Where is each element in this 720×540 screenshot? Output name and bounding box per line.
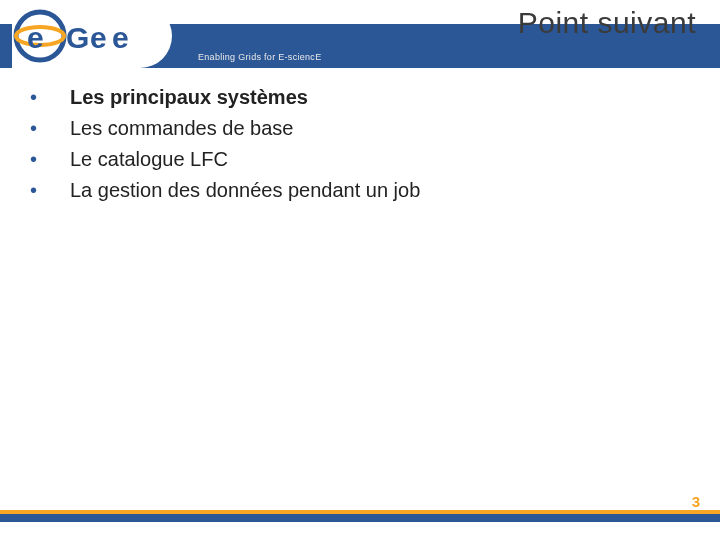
bullet-dot-icon: • <box>24 84 70 111</box>
bullet-dot-icon: • <box>24 115 70 142</box>
content-area: • Les principaux systèmes • Les commande… <box>24 84 696 208</box>
bullet-dot-icon: • <box>24 177 70 204</box>
bullet-text: Le catalogue LFC <box>70 146 228 173</box>
brand-tagline: Enabling Grids for E-sciencE <box>198 52 321 62</box>
svg-text:e: e <box>112 21 129 54</box>
bullet-dot-icon: • <box>24 146 70 173</box>
slide: G e e e Point suivant Enabling Grids for… <box>0 0 720 540</box>
svg-text:e: e <box>27 21 44 54</box>
footer-band <box>0 514 720 522</box>
slide-title: Point suivant <box>518 6 696 40</box>
bullet-text: Les principaux systèmes <box>70 84 308 111</box>
svg-text:G: G <box>66 21 89 54</box>
bullet-text: Les commandes de base <box>70 115 293 142</box>
egee-logo: G e e e <box>12 8 162 64</box>
egee-logo-icon: G e e e <box>12 8 162 64</box>
bullet-item: • Les principaux systèmes <box>24 84 696 111</box>
logo-container: G e e e <box>12 4 172 68</box>
bullet-item: • La gestion des données pendant un job <box>24 177 696 204</box>
page-number: 3 <box>692 493 700 510</box>
bullet-item: • Les commandes de base <box>24 115 696 142</box>
svg-text:e: e <box>90 21 107 54</box>
bullet-text: La gestion des données pendant un job <box>70 177 420 204</box>
bullet-item: • Le catalogue LFC <box>24 146 696 173</box>
